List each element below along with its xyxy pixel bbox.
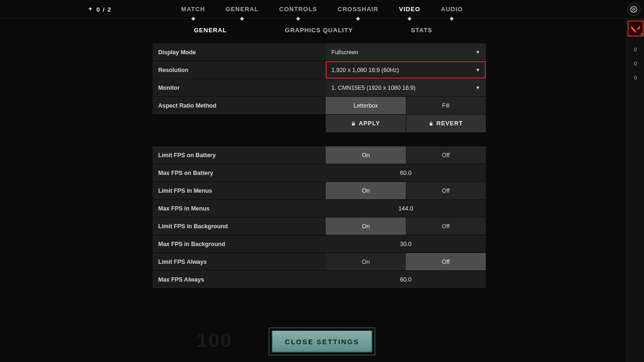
- aspect-ratio-fill[interactable]: Fill: [406, 97, 486, 114]
- settings-gear-button[interactable]: [627, 3, 640, 16]
- label-display-mode: Display Mode: [153, 49, 326, 56]
- limit-fps-battery-on[interactable]: On: [326, 146, 406, 164]
- limit-fps-battery-off[interactable]: Off: [406, 146, 486, 164]
- apply-revert-row: APPLY REVERT: [153, 115, 486, 132]
- status-dot-icon: [640, 33, 644, 36]
- subtab-stats[interactable]: STATS: [410, 25, 433, 36]
- limit-fps-menus-off[interactable]: Off: [406, 182, 486, 199]
- revert-button[interactable]: REVERT: [406, 115, 486, 132]
- friends-total: 2: [108, 6, 111, 13]
- limit-fps-always-on[interactable]: On: [326, 253, 406, 270]
- resolution-dropdown[interactable]: 1,920 x 1,080 16:9 (60Hz) ▼: [326, 61, 486, 79]
- tab-crosshair[interactable]: CROSSHAIR: [337, 0, 380, 18]
- chevron-down-icon: ▼: [476, 85, 480, 90]
- tab-match[interactable]: MATCH: [180, 0, 206, 18]
- row-max-fps-battery: Max FPS on Battery 60.0: [153, 164, 486, 182]
- tab-video[interactable]: VIDEO: [398, 0, 421, 18]
- rail-metric-3: 0: [627, 75, 644, 80]
- subtab-general[interactable]: GENERAL: [193, 25, 228, 36]
- party-icon: [87, 6, 94, 13]
- tab-audio[interactable]: AUDIO: [440, 0, 464, 18]
- row-resolution: Resolution 1,920 x 1,080 16:9 (60Hz) ▼: [153, 61, 486, 79]
- apply-button[interactable]: APPLY: [326, 115, 406, 132]
- row-max-fps-background: Max FPS in Background 30.0: [153, 235, 486, 253]
- limit-fps-background-on[interactable]: On: [326, 217, 406, 235]
- friends-count: 0 / 2: [87, 0, 111, 19]
- svg-point-0: [633, 8, 635, 10]
- row-aspect-ratio: Aspect Ratio Method Letterbox Fill: [153, 97, 486, 115]
- limit-fps-menus-on[interactable]: On: [326, 182, 406, 199]
- row-limit-fps-background: Limit FPS in Background On Off: [153, 217, 486, 235]
- subtab-graphics-quality[interactable]: GRAPHICS QUALITY: [284, 25, 354, 36]
- aspect-ratio-letterbox[interactable]: Letterbox: [326, 97, 406, 114]
- label-resolution: Resolution: [153, 67, 326, 73]
- primary-tabs: MATCH GENERAL CONTROLS CROSSHAIR VIDEO A…: [180, 0, 464, 19]
- video-settings-panel: Display Mode Fullscreen ▼ Resolution 1,9…: [153, 43, 486, 289]
- monitor-dropdown[interactable]: 1. CMN15E5 (1920 x 1080 16:9) ▼: [326, 79, 486, 96]
- max-fps-always-value[interactable]: 60.0: [326, 271, 486, 288]
- friends-current: 0: [96, 6, 100, 13]
- row-max-fps-always: Max FPS Always 60.0: [153, 271, 486, 289]
- lock-icon: [351, 121, 356, 126]
- rail-metric-2: 0: [627, 61, 644, 66]
- row-monitor: Monitor 1. CMN15E5 (1920 x 1080 16:9) ▼: [153, 79, 486, 97]
- row-max-fps-menus: Max FPS in Menus 144.0: [153, 200, 486, 217]
- row-limit-fps-always: Limit FPS Always On Off: [153, 253, 486, 271]
- max-fps-battery-value[interactable]: 60.0: [326, 164, 486, 181]
- close-settings-button[interactable]: CLOSE SETTINGS: [271, 330, 373, 353]
- lock-icon: [429, 121, 433, 126]
- background-hud-text: 100: [197, 329, 232, 352]
- label-aspect-ratio: Aspect Ratio Method: [153, 102, 326, 109]
- chevron-down-icon: ▼: [476, 50, 480, 55]
- limit-fps-always-off[interactable]: Off: [406, 253, 486, 270]
- sub-tabs: GENERAL GRAPHICS QUALITY STATS: [0, 25, 626, 36]
- max-fps-menus-value[interactable]: 144.0: [326, 200, 486, 217]
- right-rail: 0 0 0: [626, 19, 644, 362]
- chevron-down-icon: ▼: [476, 67, 480, 72]
- display-mode-dropdown[interactable]: Fullscreen ▼: [326, 43, 486, 61]
- row-limit-fps-menus: Limit FPS in Menus On Off: [153, 182, 486, 200]
- max-fps-background-value[interactable]: 30.0: [326, 235, 486, 253]
- label-monitor: Monitor: [153, 85, 326, 91]
- tab-general[interactable]: GENERAL: [225, 0, 260, 18]
- tab-controls[interactable]: CONTROLS: [278, 0, 318, 18]
- limit-fps-background-off[interactable]: Off: [406, 217, 486, 235]
- row-limit-fps-battery: Limit FPS on Battery On Off: [153, 146, 486, 164]
- row-display-mode: Display Mode Fullscreen ▼: [153, 43, 486, 61]
- rail-metric-1: 0: [627, 47, 644, 52]
- top-bar: 0 / 2 MATCH GENERAL CONTROLS CROSSHAIR V…: [0, 0, 644, 19]
